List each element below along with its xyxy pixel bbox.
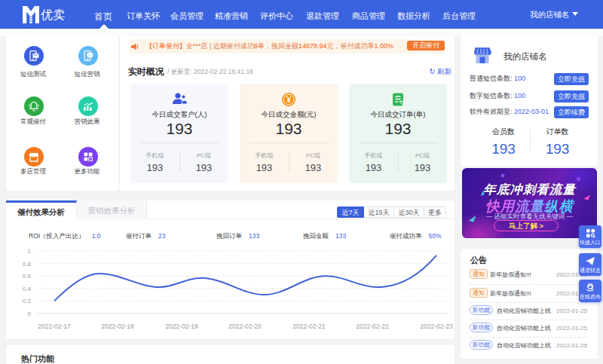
svg-text:2022-02-21: 2022-02-21: [292, 323, 326, 330]
svg-text:2022-02-17: 2022-02-17: [38, 323, 71, 330]
svg-text:0.4: 0.4: [23, 286, 32, 292]
svg-text:0: 0: [28, 310, 32, 317]
svg-text:0.8: 0.8: [23, 261, 32, 268]
svg-text:1: 1: [28, 248, 32, 255]
svg-text:2022-02-20: 2022-02-20: [228, 323, 262, 330]
svg-text:2022-02-18: 2022-02-18: [101, 323, 134, 330]
svg-text:2022-02-19: 2022-02-19: [165, 323, 198, 330]
svg-text:2022-02-22: 2022-02-22: [356, 323, 389, 330]
svg-text:2022-02-23: 2022-02-23: [420, 323, 453, 330]
svg-text:0.2: 0.2: [23, 298, 32, 304]
svg-text:0.6: 0.6: [23, 273, 32, 280]
